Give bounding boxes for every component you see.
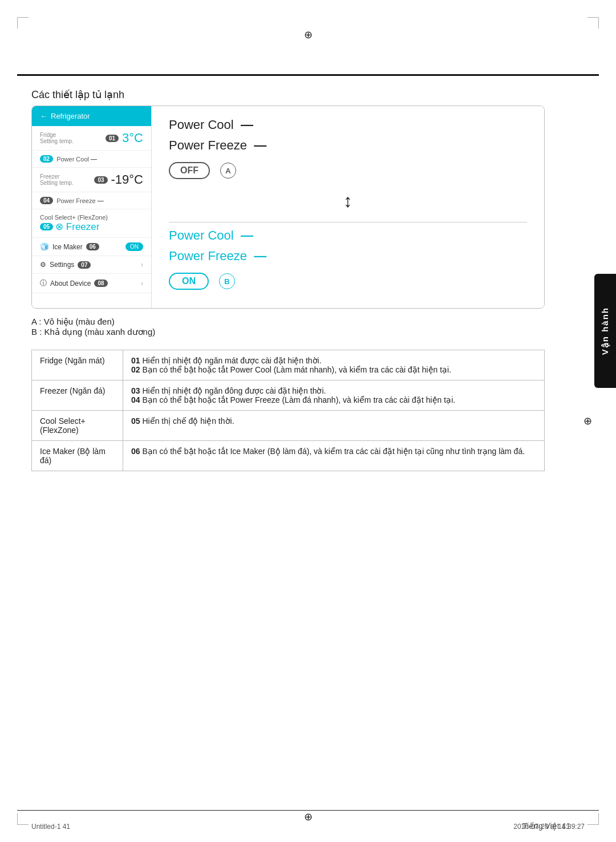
num-02: 02 (131, 365, 140, 374)
arrow-icon: ↕ (343, 191, 352, 212)
top-compass-icon: ⊕ (304, 29, 313, 41)
table-row-icemaker: Ice Maker (Bộ làm đá) 06 Bạn có thể bật … (32, 441, 545, 471)
badge-05: 05 (40, 223, 53, 230)
letter-badge-a: A (220, 163, 236, 179)
corner-tr (587, 17, 599, 29)
powerfreeze-label: Power Freeze — (56, 197, 104, 204)
corner-br (587, 813, 599, 825)
divider-line (169, 222, 527, 222)
fridge-label: Fridge (40, 132, 74, 138)
main-content: ← Refrigerator Fridge Setting temp. 01 3… (31, 106, 585, 471)
bottom-compass-icon: ⊕ (304, 811, 313, 823)
badge-01: 01 (106, 135, 119, 142)
diagram-powercool-a-label: Power Cool — (169, 118, 271, 132)
diagram-row-powercool-a: Power Cool — (169, 118, 527, 132)
icemaker-on-badge: ON (125, 242, 143, 251)
settings-label: Settings (50, 261, 74, 269)
phone-item-settings-row: ⚙ Settings 07 › (40, 261, 143, 269)
table-row-flexzone: Cool Select+ (FlexZone) 05 Hiển thị chế … (32, 411, 545, 441)
freezer-labels: Freezer Setting temp. (40, 173, 74, 186)
diagram-panel: Power Cool — Power Freeze — OFF A ↕ (152, 106, 544, 308)
phone-item-flexzone: Cool Select+ (FlexZone) 05 ⊗ Freezer (32, 209, 151, 238)
phone-item-powerfreeze-row: 04 Power Freeze — (40, 197, 143, 204)
table-cell-fridge-category: Fridge (Ngăn mát) (32, 350, 123, 380)
num-03: 03 (131, 386, 140, 395)
table-row-freezer: Freezer (Ngăn đá) 03 Hiển thị nhiệt độ n… (32, 380, 545, 411)
fridge-value-row: 01 3°C (106, 131, 143, 145)
powercool-label: Power Cool — (56, 156, 97, 163)
footer-left: Untitled-1 41 (31, 823, 70, 831)
table-cell-fridge-content: 01 Hiển thị nhiệt độ ngăn mát được cài đ… (123, 350, 545, 380)
bottom-footer: Untitled-1 41 2016-07-20 ⊞ 11:39:27 (31, 823, 585, 831)
aboutdevice-icon: ⓘ (40, 278, 47, 288)
phone-header: ← Refrigerator (32, 106, 151, 126)
diagram-row-powercool-b: Power Cool — (169, 228, 527, 243)
phone-item-fridge-labels: Fridge Setting temp. (40, 132, 74, 144)
phone-panel: ← Refrigerator Fridge Setting temp. 01 3… (32, 106, 152, 308)
phone-item-settings[interactable]: ⚙ Settings 07 › (32, 256, 151, 274)
diagram-container: ← Refrigerator Fridge Setting temp. 01 3… (31, 106, 545, 309)
phone-header-arrow: ← (40, 112, 47, 120)
section-title: Các thiết lập tủ lạnh (31, 88, 124, 101)
flexzone-label: Cool Select+ (FlexZone) (40, 214, 143, 221)
diagram-row-off: OFF A (169, 162, 527, 179)
powercool-left: 02 Power Cool — (40, 155, 97, 163)
legend-b: B : Khả dụng (màu xanh dương) (31, 327, 585, 337)
legend-a: A : Vô hiệu (màu đen) (31, 317, 585, 327)
num-06: 06 (131, 447, 140, 456)
diagram-row-powerfreeze-b: Power Freeze — (169, 249, 527, 264)
page-number: Tiếng Việt 41 (522, 821, 570, 831)
badge-08: 08 (94, 280, 107, 287)
aboutdevice-label: About Device (50, 280, 91, 288)
freezer-sublabel: Setting temp. (40, 180, 74, 186)
badge-02: 02 (40, 155, 53, 163)
diagram-powercool-b-label: Power Cool — (169, 228, 271, 243)
table-cell-freezer-content: 03 Hiển thị nhiệt độ ngăn đông được cài … (123, 380, 545, 411)
table-cell-flexzone-content: 05 Hiển thị chế độ hiện thời. (123, 411, 545, 441)
diagram-powerfreeze-b-label: Power Freeze — (169, 249, 271, 264)
sidebar-tab: Vận hành (594, 274, 616, 388)
toggle-off-btn[interactable]: OFF (169, 162, 210, 179)
toggle-on-btn[interactable]: ON (169, 273, 209, 290)
phone-header-title: Refrigerator (51, 112, 90, 120)
corner-tl (17, 17, 29, 29)
diagram-section-b: Power Cool — Power Freeze — ON B (169, 228, 527, 290)
page-container: ⊕ Vận hành ⊕ Các thiết lập tủ lạnh ← Ref… (0, 0, 616, 842)
phone-item-icemaker-row: 🧊 Ice Maker 06 ON (40, 242, 143, 251)
icemaker-icon: 🧊 (40, 242, 49, 251)
phone-item-icemaker: 🧊 Ice Maker 06 ON (32, 238, 151, 256)
phone-item-aboutdevice[interactable]: ⓘ About Device 08 › (32, 274, 151, 293)
settings-icon: ⚙ (40, 261, 46, 269)
info-table: Fridge (Ngăn mát) 01 Hiển thị nhiệt độ n… (31, 350, 545, 471)
table-cell-icemaker-content: 06 Bạn có thể bật hoặc tắt Ice Maker (Bộ… (123, 441, 545, 471)
diagram-row-on: ON B (169, 273, 527, 290)
arrow-section: ↕ (169, 191, 527, 212)
num-01: 01 (131, 356, 140, 365)
table-cell-freezer-category: Freezer (Ngăn đá) (32, 380, 123, 411)
phone-item-fridge: Fridge Setting temp. 01 3°C (32, 126, 151, 151)
table-row-fridge: Fridge (Ngăn mát) 01 Hiển thị nhiệt độ n… (32, 350, 545, 380)
fridge-sublabel: Setting temp. (40, 138, 74, 144)
powerfreeze-left: 04 Power Freeze — (40, 197, 104, 204)
badge-03: 03 (94, 176, 107, 184)
phone-item-aboutdevice-row: ⓘ About Device 08 › (40, 278, 143, 288)
right-compass-icon: ⊕ (583, 415, 592, 427)
phone-item-freezer-row: Freezer Setting temp. 03 -19°C (40, 172, 143, 187)
sidebar-tab-label: Vận hành (600, 307, 610, 355)
diagram-powerfreeze-a-label: Power Freeze — (169, 138, 271, 153)
freezer-label: Freezer (40, 173, 74, 180)
icemaker-label: Ice Maker (52, 243, 83, 251)
table-cell-flexzone-category: Cool Select+ (FlexZone) (32, 411, 123, 441)
diagram-section-a: Power Cool — Power Freeze — OFF A (169, 118, 527, 179)
diagram-row-powerfreeze-a: Power Freeze — (169, 138, 527, 153)
flexzone-value: ⊗ Freezer (55, 221, 99, 233)
top-border (17, 74, 599, 76)
phone-item-fridge-row: Fridge Setting temp. 01 3°C (40, 131, 143, 145)
phone-item-powercool-row: 02 Power Cool — (40, 155, 143, 163)
page-number-text: Tiếng Việt 41 (522, 821, 570, 831)
badge-07: 07 (78, 261, 91, 269)
aboutdevice-chevron: › (141, 280, 143, 288)
num-05: 05 (131, 416, 140, 426)
aboutdevice-left: ⓘ About Device 08 (40, 278, 108, 288)
badge-04: 04 (40, 197, 53, 204)
